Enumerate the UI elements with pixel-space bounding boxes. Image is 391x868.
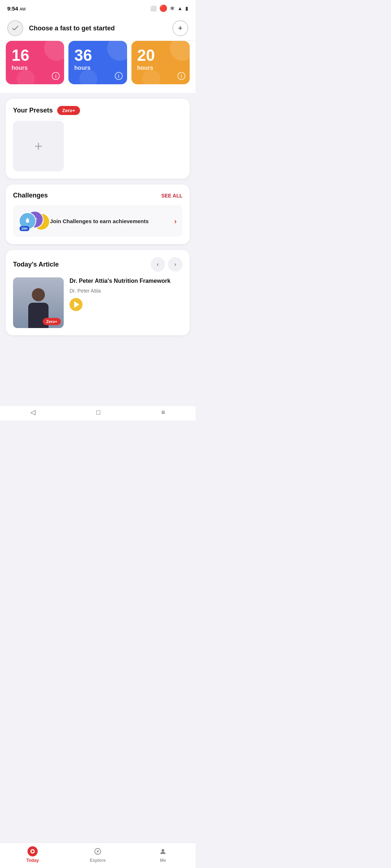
article-prev-button[interactable]: ‹ xyxy=(151,257,165,272)
fast-card-36h[interactable]: 36 hours i xyxy=(68,41,127,84)
challenges-section: Challenges SEE ALL 20H Join Challenges xyxy=(6,184,190,244)
presets-section: Your Presets Zero+ + xyxy=(6,99,190,179)
fast-card-16h-number: 16 xyxy=(12,47,29,63)
article-play-button[interactable] xyxy=(70,298,83,311)
battery-red-icon: 🔴 xyxy=(159,4,167,12)
add-preset-button[interactable]: + xyxy=(13,121,64,171)
android-back-button[interactable]: ◁ xyxy=(30,408,35,416)
challenge-badge: 20H xyxy=(20,226,29,231)
challenges-header: Challenges SEE ALL xyxy=(13,192,182,199)
fast-card-20h[interactable]: 20 hours i xyxy=(131,41,190,84)
challenge-item[interactable]: 20H Join Challenges to earn achievements… xyxy=(13,205,182,237)
top-header: Choose a fast to get started + xyxy=(0,16,196,41)
article-next-button[interactable]: › xyxy=(168,257,182,272)
page-title: Choose a fast to get started xyxy=(29,25,167,32)
fast-card-20h-info[interactable]: i xyxy=(177,72,185,80)
challenge-arrow-icon: › xyxy=(174,217,177,225)
challenge-text: Join Challenges to earn achievements xyxy=(50,217,169,225)
fast-card-36h-number: 36 xyxy=(74,47,92,63)
fast-card-16h-info[interactable]: i xyxy=(52,72,60,80)
fast-cards-section: 16 hours i 36 hours i 20 hours i xyxy=(0,41,196,93)
android-menu-button[interactable]: ≡ xyxy=(161,409,165,416)
add-fast-button[interactable]: + xyxy=(172,20,188,36)
challenge-icons: 20H xyxy=(19,211,45,231)
see-all-button[interactable]: SEE ALL xyxy=(161,193,182,199)
android-home-button[interactable]: □ xyxy=(96,409,100,416)
fast-card-36h-label: hours xyxy=(74,65,90,71)
presets-header: Your Presets Zero+ xyxy=(13,106,182,115)
battery-icon: ▮ xyxy=(185,5,188,11)
camera-icon: ⬜ xyxy=(150,5,156,11)
article-author: Dr. Peter Attia xyxy=(70,288,182,294)
status-bar: 9:54 AM ⬜ 🔴 ✻ ▲ ▮ xyxy=(0,0,196,16)
article-nav-buttons: ‹ › xyxy=(151,257,182,272)
bluetooth-icon: ✻ xyxy=(170,5,175,11)
article-header: Today's Article ‹ › xyxy=(13,257,182,272)
android-nav: ◁ □ ≡ xyxy=(0,406,196,421)
fast-card-20h-number: 20 xyxy=(137,47,155,63)
presets-zero-badge: Zero+ xyxy=(57,106,80,115)
status-icons: ⬜ 🔴 ✻ ▲ ▮ xyxy=(150,4,188,12)
article-section-title: Today's Article xyxy=(13,261,59,268)
wifi-icon: ▲ xyxy=(177,5,182,11)
article-zero-badge: Zero+ xyxy=(43,318,61,325)
fast-cards-row: 16 hours i 36 hours i 20 hours i xyxy=(6,41,190,86)
article-image: Zero+ xyxy=(13,277,64,328)
play-icon xyxy=(74,301,79,308)
article-section: Today's Article ‹ › Zero+ Dr. Peter Atti… xyxy=(6,250,190,335)
fast-card-20h-label: hours xyxy=(137,65,153,71)
fast-card-16h[interactable]: 16 hours i xyxy=(6,41,64,84)
article-name: Dr. Peter Attia's Nutrition Framework xyxy=(70,277,182,285)
challenges-title: Challenges xyxy=(13,192,48,199)
article-info: Dr. Peter Attia's Nutrition Framework Dr… xyxy=(70,277,182,311)
article-content: Zero+ Dr. Peter Attia's Nutrition Framew… xyxy=(13,277,182,328)
check-circle-button[interactable] xyxy=(7,20,23,36)
checkmark-icon xyxy=(11,24,19,32)
person-head xyxy=(32,288,45,301)
presets-title: Your Presets xyxy=(13,107,53,114)
fast-card-36h-info[interactable]: i xyxy=(115,72,123,80)
status-time: 9:54 AM xyxy=(7,5,26,12)
fast-card-16h-label: hours xyxy=(12,65,28,71)
